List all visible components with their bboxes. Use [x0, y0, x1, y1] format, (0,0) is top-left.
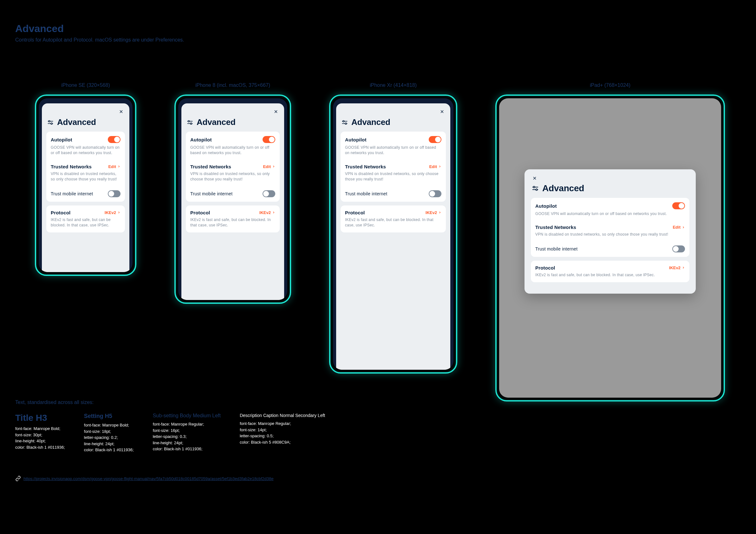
protocol-value: IKEv2 — [425, 210, 437, 215]
trust-mobile-toggle[interactable] — [262, 190, 275, 197]
device-iphone-8: iPhone 8 (incl. macOS, 375×667) Advanced — [175, 82, 291, 304]
device-ipad: iPad+ (768×1024) Advanced Autop — [495, 82, 725, 401]
trust-mobile-title: Trust mobile internet — [51, 191, 93, 196]
device-frame: Advanced Autopilot GOOSE VPN will automa… — [495, 94, 725, 401]
device-label: iPad+ (768×1024) — [590, 82, 631, 88]
typespec-sample: Description Caption Normal Secondary Lef… — [240, 413, 325, 418]
autopilot-toggle[interactable] — [672, 202, 685, 209]
protocol-value: IKEv2 — [669, 265, 681, 270]
protocol-card: Protocol IKEv2 IKEv2 is fast and safe, b… — [186, 205, 280, 233]
trusted-networks-edit-button[interactable]: Edit — [108, 164, 121, 169]
chevron-right-icon — [682, 266, 685, 269]
autopilot-toggle[interactable] — [108, 136, 121, 143]
protocol-desc: IKEv2 is fast and safe, but can be block… — [345, 217, 442, 228]
sliders-icon — [341, 119, 348, 126]
typespec-sample: Title H3 — [15, 413, 65, 423]
close-button[interactable] — [272, 108, 280, 116]
protocol-title: Protocol — [535, 265, 555, 271]
autopilot-toggle[interactable] — [429, 136, 442, 143]
close-button[interactable] — [531, 174, 538, 182]
autopilot-desc: GOOSE VPN will automatically turn on or … — [535, 211, 685, 217]
autopilot-desc: GOOSE VPN will automatically turn on or … — [345, 145, 442, 156]
typespec-details: font-face: Manrope Regular; font-size: 1… — [240, 420, 325, 445]
device-label: iPhone 8 (incl. macOS, 375×667) — [195, 82, 270, 88]
artboard-section-subtitle: Controls for Autopilot and Protocol. mac… — [15, 37, 184, 43]
trusted-networks-title: Trusted Networks — [535, 225, 576, 230]
autopilot-desc: GOOSE VPN will automatically turn on or … — [51, 145, 121, 156]
svg-point-3 — [51, 123, 52, 124]
chevron-right-icon — [117, 165, 121, 168]
device-screen: Advanced Autopilot GOOSE VPN will automa… — [333, 98, 453, 370]
trust-mobile-title: Trust mobile internet — [345, 191, 387, 196]
chevron-right-icon — [438, 165, 442, 168]
device-frame: Advanced Autopilot GOOSE VPN will automa… — [329, 94, 457, 374]
trust-mobile-title: Trust mobile internet — [190, 191, 232, 196]
close-button[interactable] — [117, 108, 125, 116]
close-icon — [273, 109, 279, 114]
edit-label: Edit — [108, 164, 116, 169]
protocol-select[interactable]: IKEv2 — [425, 210, 442, 215]
autopilot-title: Autopilot — [51, 137, 72, 142]
protocol-select[interactable]: IKEv2 — [105, 210, 121, 215]
sheet-title: Advanced — [351, 117, 391, 127]
close-button[interactable] — [438, 108, 446, 116]
reference-link[interactable]: https://projects.invisionapp.com/dsm/goo… — [23, 476, 274, 481]
link-icon — [15, 476, 21, 481]
svg-point-11 — [345, 123, 347, 124]
trust-mobile-toggle[interactable] — [108, 190, 121, 197]
chevron-right-icon — [682, 226, 685, 229]
typespec-title-col: Title H3 font-face: Manrope Bold; font-s… — [15, 413, 65, 453]
trust-mobile-toggle[interactable] — [429, 190, 442, 197]
typespec-setting-col: Setting H5 font-face: Manrope Bold; font… — [84, 413, 134, 453]
device-screen: Advanced Autopilot GOOSE VPN will automa… — [178, 98, 287, 300]
sheet-title: Advanced — [57, 117, 96, 127]
typespec-sample: Setting H5 — [84, 413, 134, 419]
protocol-title: Protocol — [190, 210, 210, 215]
svg-point-9 — [343, 120, 344, 122]
typespec-heading: Text, standardised across all sizes: — [15, 400, 325, 405]
autopilot-card: Autopilot GOOSE VPN will automatically t… — [46, 132, 125, 202]
trusted-networks-edit-button[interactable]: Edit — [673, 225, 685, 229]
device-frame: Advanced Autopilot GOOSE VPN will automa… — [175, 94, 291, 304]
chevron-right-icon — [272, 165, 275, 168]
reference-link-row: https://projects.invisionapp.com/dsm/goo… — [15, 476, 274, 481]
chevron-right-icon — [117, 211, 121, 214]
autopilot-card: Autopilot GOOSE VPN will automatically t… — [340, 132, 446, 202]
svg-point-15 — [536, 189, 537, 191]
protocol-title: Protocol — [51, 210, 70, 215]
device-mockups-row: iPhone SE (320×568) Advanced — [35, 82, 725, 401]
protocol-select[interactable]: IKEv2 — [259, 210, 275, 215]
trusted-networks-title: Trusted Networks — [345, 164, 386, 169]
trusted-networks-edit-button[interactable]: Edit — [263, 164, 275, 169]
chevron-right-icon — [272, 211, 275, 214]
autopilot-title: Autopilot — [535, 203, 557, 209]
sheet-title: Advanced — [542, 183, 584, 194]
protocol-card: Protocol IKEv2 IKEv2 is fast and safe, b… — [46, 205, 125, 233]
protocol-value: IKEv2 — [259, 210, 271, 215]
typespec-subsetting-col: Sub-setting Body Medium Left font-face: … — [153, 413, 221, 453]
advanced-sheet: Advanced Autopilot GOOSE VPN will automa… — [42, 103, 129, 272]
protocol-select[interactable]: IKEv2 — [669, 265, 685, 270]
device-label: iPhone Xr (414×818) — [370, 82, 417, 88]
trusted-networks-title: Trusted Networks — [51, 164, 92, 169]
typespec-details: font-face: Manrope Bold; font-size: 30pt… — [15, 426, 65, 450]
trust-mobile-title: Trust mobile internet — [535, 246, 578, 252]
chevron-right-icon — [438, 211, 442, 214]
svg-point-13 — [533, 186, 535, 188]
svg-point-5 — [188, 120, 190, 122]
device-label: iPhone SE (320×568) — [61, 82, 110, 88]
typespec-details: font-face: Manrope Regular; font-size: 1… — [153, 421, 221, 452]
advanced-sheet: Advanced Autopilot GOOSE VPN will automa… — [336, 103, 450, 370]
edit-label: Edit — [673, 225, 681, 229]
typespec-sample: Sub-setting Body Medium Left — [153, 413, 221, 418]
sliders-icon — [186, 119, 193, 126]
trusted-networks-edit-button[interactable]: Edit — [429, 164, 442, 169]
device-frame: Advanced Autopilot GOOSE VPN will automa… — [35, 94, 136, 276]
autopilot-card: Autopilot GOOSE VPN will automatically t… — [186, 132, 280, 202]
edit-label: Edit — [429, 164, 437, 169]
autopilot-card: Autopilot GOOSE VPN will automatically t… — [531, 198, 689, 257]
svg-point-7 — [190, 123, 192, 124]
autopilot-toggle[interactable] — [262, 136, 275, 143]
close-icon — [440, 109, 445, 114]
trust-mobile-toggle[interactable] — [672, 246, 685, 253]
